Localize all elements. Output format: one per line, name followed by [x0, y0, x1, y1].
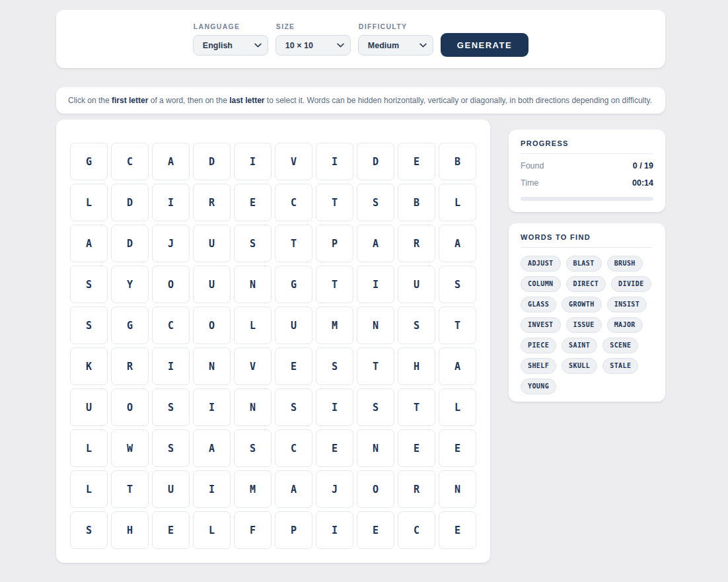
grid-cell[interactable]: E [398, 143, 435, 180]
grid-cell[interactable]: S [152, 429, 190, 467]
grid-cell[interactable]: A [152, 143, 190, 180]
grid-cell[interactable]: E [316, 429, 353, 467]
grid-cell[interactable]: L [439, 388, 476, 426]
grid-cell[interactable]: E [152, 511, 190, 549]
grid-cell[interactable]: U [193, 225, 231, 262]
grid-cell[interactable]: S [316, 347, 353, 385]
grid-cell[interactable]: A [275, 470, 312, 508]
grid-cell[interactable]: H [111, 511, 149, 549]
grid-cell[interactable]: C [152, 307, 190, 344]
grid-cell[interactable]: S [439, 266, 476, 303]
grid-cell[interactable]: T [357, 347, 394, 385]
grid-cell[interactable]: L [70, 184, 108, 221]
grid-cell[interactable]: U [193, 266, 231, 303]
grid-cell[interactable]: D [111, 225, 149, 262]
grid-cell[interactable]: B [398, 184, 435, 221]
grid-cell[interactable]: R [111, 347, 149, 385]
grid-cell[interactable]: T [316, 266, 353, 303]
grid-cell[interactable]: E [234, 184, 272, 221]
grid-cell[interactable]: A [193, 429, 231, 467]
grid-cell[interactable]: J [316, 470, 353, 508]
grid-cell[interactable]: N [439, 470, 476, 508]
grid-cell[interactable]: S [275, 388, 312, 426]
grid-cell[interactable]: T [439, 307, 476, 344]
grid-cell[interactable]: L [70, 470, 108, 508]
grid-cell[interactable]: D [111, 184, 149, 221]
grid-cell[interactable]: R [398, 470, 435, 508]
grid-cell[interactable]: D [193, 143, 231, 180]
grid-cell[interactable]: C [275, 429, 312, 467]
grid-cell[interactable]: A [70, 225, 108, 262]
grid-cell[interactable]: L [234, 307, 272, 344]
grid-cell[interactable]: C [398, 511, 435, 549]
grid-cell[interactable]: O [152, 266, 190, 303]
grid-cell[interactable]: I [316, 143, 353, 180]
grid-cell[interactable]: S [234, 225, 272, 262]
grid-cell[interactable]: A [439, 347, 476, 385]
grid-cell[interactable]: K [70, 347, 108, 385]
grid-cell[interactable]: H [398, 347, 435, 385]
grid-cell[interactable]: C [275, 184, 312, 221]
grid-cell[interactable]: N [357, 429, 394, 467]
grid-cell[interactable]: N [193, 347, 231, 385]
grid-cell[interactable]: U [152, 470, 190, 508]
grid-cell[interactable]: O [357, 470, 394, 508]
grid-cell[interactable]: S [70, 307, 108, 344]
grid-cell[interactable]: D [357, 143, 394, 180]
grid-cell[interactable]: S [152, 388, 190, 426]
grid-cell[interactable]: I [357, 266, 394, 303]
grid-cell[interactable]: A [357, 225, 394, 262]
grid-cell[interactable]: R [193, 184, 231, 221]
grid-cell[interactable]: S [357, 388, 394, 426]
grid-cell[interactable]: R [398, 225, 435, 262]
grid-cell[interactable]: G [111, 307, 149, 344]
grid-cell[interactable]: U [70, 388, 108, 426]
grid-cell[interactable]: I [193, 470, 231, 508]
grid-cell[interactable]: G [275, 266, 312, 303]
grid-cell[interactable]: A [439, 225, 476, 262]
grid-cell[interactable]: L [193, 511, 231, 549]
grid-cell[interactable]: I [316, 511, 353, 549]
grid-cell[interactable]: G [70, 143, 108, 180]
grid-cell[interactable]: N [357, 307, 394, 344]
grid-cell[interactable]: T [275, 225, 312, 262]
grid-cell[interactable]: S [357, 184, 394, 221]
grid-cell[interactable]: O [111, 388, 149, 426]
grid-cell[interactable]: L [70, 429, 108, 467]
generate-button[interactable]: GENERATE [441, 33, 528, 57]
grid-cell[interactable]: I [152, 347, 190, 385]
grid-cell[interactable]: O [193, 307, 231, 344]
language-select[interactable]: English [193, 35, 268, 55]
grid-cell[interactable]: S [70, 266, 108, 303]
grid-cell[interactable]: C [111, 143, 149, 180]
grid-cell[interactable]: P [275, 511, 312, 549]
grid-cell[interactable]: I [234, 143, 272, 180]
grid-cell[interactable]: T [398, 388, 435, 426]
grid-cell[interactable]: T [111, 470, 149, 508]
grid-cell[interactable]: I [316, 388, 353, 426]
difficulty-select[interactable]: Medium [358, 35, 433, 55]
grid-cell[interactable]: M [234, 470, 272, 508]
grid-cell[interactable]: I [193, 388, 231, 426]
grid-cell[interactable]: B [439, 143, 476, 180]
grid-cell[interactable]: Y [111, 266, 149, 303]
grid-cell[interactable]: F [234, 511, 272, 549]
grid-cell[interactable]: S [234, 429, 272, 467]
grid-cell[interactable]: V [275, 143, 312, 180]
grid-cell[interactable]: L [439, 184, 476, 221]
grid-cell[interactable]: P [316, 225, 353, 262]
grid-cell[interactable]: V [234, 347, 272, 385]
size-select[interactable]: 10 × 10 [275, 35, 351, 55]
grid-cell[interactable]: E [439, 429, 476, 467]
grid-cell[interactable]: I [152, 184, 190, 221]
grid-cell[interactable]: E [439, 511, 476, 549]
grid-cell[interactable]: T [316, 184, 353, 221]
grid-cell[interactable]: M [316, 307, 353, 344]
grid-cell[interactable]: U [398, 266, 435, 303]
grid-cell[interactable]: U [275, 307, 312, 344]
grid-cell[interactable]: W [111, 429, 149, 467]
grid-cell[interactable]: S [70, 511, 108, 549]
grid-cell[interactable]: E [357, 511, 394, 549]
grid-cell[interactable]: N [234, 388, 272, 426]
grid-cell[interactable]: S [398, 307, 435, 344]
